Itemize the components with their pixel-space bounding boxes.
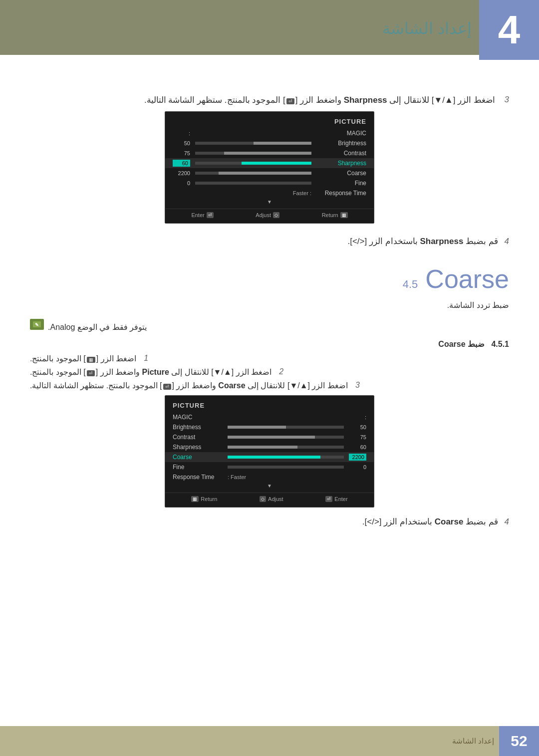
osd1-fill-coarse xyxy=(219,172,311,175)
osd2-row-contrast: Contrast 75 xyxy=(165,432,374,442)
osd2-enter-label: Enter xyxy=(334,496,347,502)
footer-page-number: 52 xyxy=(511,733,527,750)
osd1-value-contrast: 75 xyxy=(173,150,190,156)
osd1-return-label: Return xyxy=(322,212,338,218)
chapter-number: 4 xyxy=(498,7,521,53)
analog-note-row: يتوفر فقط في الوضع Analog. ✎ xyxy=(30,316,509,334)
coarse-step2: 2 اضغط الزر [▲/▼] للانتقال إلى Picture و… xyxy=(30,367,509,377)
osd2-title: PICTURE xyxy=(165,402,374,412)
osd2-footer-enter: ⏎ Enter xyxy=(325,496,347,502)
coarse-step2-text: اضغط الزر [▲/▼] للانتقال إلى Picture واض… xyxy=(30,367,271,377)
step3-num: 3 xyxy=(499,95,509,105)
osd1-value-sharpness: 60 xyxy=(173,160,190,167)
analog-note-text: يتوفر فقط في الوضع Analog. xyxy=(48,321,147,334)
osd2-row-brightness: Brightness 50 xyxy=(165,422,374,432)
osd2-return-icon: ▦ xyxy=(191,496,199,502)
osd2-value-contrast: 75 xyxy=(349,434,366,440)
osd2-label-coarse: Coarse xyxy=(173,454,223,461)
footer-text: إعداد الشاشة xyxy=(452,737,494,746)
osd2-footer-adjust: ◇ Adjust xyxy=(260,496,283,502)
coarse-description: ضبط تردد الشاشة. xyxy=(30,299,509,312)
osd2-row-fine: Fine 0 xyxy=(165,462,374,472)
chapter-title: إعداد الشاشة xyxy=(382,19,472,38)
osd2-wrapper: PICTURE MAGIC : Brightness 50 Contrast xyxy=(30,395,509,507)
osd-picture-box-1: PICTURE MAGIC : Brightness 50 Contrast xyxy=(165,111,374,224)
coarse-step1: 1 اضغط الزر [▦] الموجود بالمنتج. xyxy=(30,354,509,363)
subsection-4-5-1: 4.5.1 ضبط Coarse xyxy=(30,339,509,349)
osd1-row-fine: Fine 0 xyxy=(165,178,374,188)
osd2-footer: ▦ Return ◇ Adjust ⏎ Enter xyxy=(165,493,374,503)
step4-coarse-num: 4 xyxy=(505,517,509,526)
coarse-step1-num: 1 xyxy=(139,354,148,363)
osd2-bar-responsetime: : Faster xyxy=(228,474,361,480)
osd1-footer-return: ▦ Return xyxy=(322,212,348,218)
coarse-step3: 3 اضغط الزر [▲/▼] للانتقال إلى Coarse وا… xyxy=(30,381,509,390)
osd2-track-contrast xyxy=(228,436,344,439)
subsection-num: 4.5.1 xyxy=(491,340,509,348)
step3-sharpness-section: 3 اضغط الزر [▲/▼] للانتقال إلى Sharpness… xyxy=(30,95,509,224)
osd1-fill-sharpness xyxy=(242,162,311,165)
osd2-value-coarse: 2200 xyxy=(349,454,366,461)
step3-sharpness-label: 3 اضغط الزر [▲/▼] للانتقال إلى Sharpness… xyxy=(30,95,509,105)
osd2-fill-brightness xyxy=(228,426,286,429)
osd1-value-brightness: 50 xyxy=(173,140,190,146)
osd2-track-sharpness xyxy=(228,446,344,449)
osd1-label-responsetime: Response Time xyxy=(316,190,366,197)
osd2-value-sharpness: 60 xyxy=(349,444,366,450)
osd2-adjust-icon: ◇ xyxy=(260,496,266,502)
note-icon: ✎ xyxy=(30,319,44,330)
osd1-enter-label: Enter xyxy=(191,212,204,218)
osd2-bar-brightness xyxy=(228,426,344,429)
osd1-bar-responsetime: : Faster xyxy=(178,190,311,196)
subsection-title-text: ضبط Coarse xyxy=(438,340,485,348)
coarse-section-header: 4.5 Coarse xyxy=(30,264,509,294)
step4-sharpness: 4 قم بضبط Sharpness باستخدام الزر [</>]. xyxy=(30,236,509,247)
main-content: 3 اضغط الزر [▲/▼] للانتقال إلى Sharpness… xyxy=(30,65,509,716)
osd1-label-magic: MAGIC xyxy=(316,130,366,137)
osd1-track-contrast xyxy=(195,152,311,155)
coarse-steps-list: 1 اضغط الزر [▦] الموجود بالمنتج. 2 اضغط … xyxy=(30,354,509,390)
osd1-track-coarse xyxy=(195,172,311,175)
osd2-label-responsetime: Response Time xyxy=(173,474,223,481)
coarse-section-num: 4.5 xyxy=(403,278,418,291)
osd1-label-contrast: Contrast xyxy=(316,150,366,157)
osd2-label-magic: MAGIC xyxy=(173,414,223,421)
osd2-track-fine xyxy=(228,466,344,469)
coarse-step3-num: 3 xyxy=(351,381,360,390)
osd2-label-contrast: Contrast xyxy=(173,434,223,441)
osd2-row-responsetime: Response Time : Faster xyxy=(165,472,374,482)
osd1-bar-fine xyxy=(195,182,311,185)
enter-icon: ⏎ xyxy=(207,212,214,218)
osd1-bar-brightness xyxy=(195,142,311,145)
osd2-bar-sharpness xyxy=(228,446,344,449)
osd1-footer-enter: ⏎ Enter xyxy=(191,212,213,218)
osd2-bar-contrast xyxy=(228,436,344,439)
osd1-row-magic: MAGIC : xyxy=(165,128,374,138)
adjust-icon: ◇ xyxy=(273,212,279,218)
osd1-footer-adjust: ◇ Adjust xyxy=(256,212,279,218)
osd1-bar-coarse xyxy=(195,172,311,175)
osd2-bar-coarse xyxy=(228,456,344,459)
osd2-value-brightness: 50 xyxy=(349,424,366,430)
osd1-label-fine: Fine xyxy=(316,180,366,187)
osd1-row-contrast: Contrast 75 xyxy=(165,148,374,158)
coarse-step2-num: 2 xyxy=(274,367,283,376)
osd2-fill-sharpness xyxy=(228,446,297,449)
osd1-fill-contrast xyxy=(224,152,311,155)
osd1-track-sharpness xyxy=(195,162,311,165)
osd1-track-fine xyxy=(195,182,311,185)
osd2-row-sharpness: Sharpness 60 xyxy=(165,442,374,452)
coarse-step1-text: اضغط الزر [▦] الموجود بالمنتج. xyxy=(30,354,136,363)
osd2-row-coarse: Coarse 2200 xyxy=(165,452,374,462)
osd2-return-label: Return xyxy=(201,496,217,502)
osd2-bar-fine xyxy=(228,466,344,469)
osd1-track-brightness xyxy=(195,142,311,145)
osd2-track-brightness xyxy=(228,426,344,429)
osd2-track-coarse xyxy=(228,456,344,459)
bottom-footer-bar: إعداد الشاشة xyxy=(0,726,539,756)
osd1-row-coarse: Coarse 2200 xyxy=(165,168,374,178)
osd2-adjust-label: Adjust xyxy=(268,496,283,502)
osd1-bar-sharpness xyxy=(195,162,311,165)
svg-text:✎: ✎ xyxy=(35,322,39,327)
osd2-label-sharpness: Sharpness xyxy=(173,444,223,451)
